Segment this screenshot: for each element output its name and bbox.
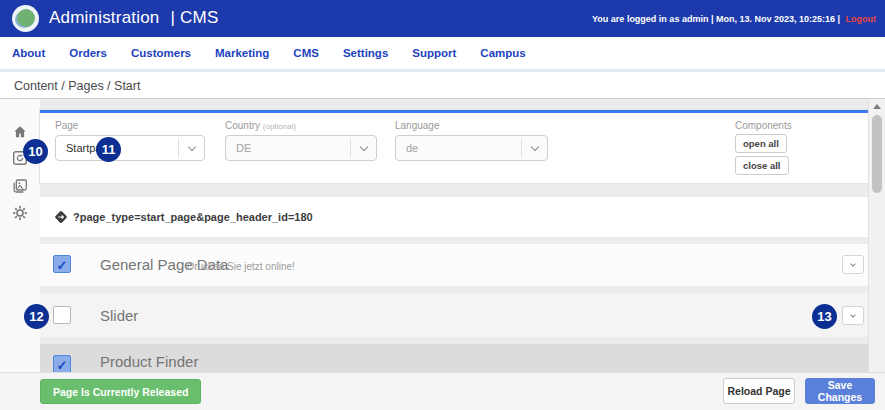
home-icon xyxy=(12,124,28,140)
nav-item-cms[interactable]: CMS xyxy=(293,47,319,59)
section-general-page-data: General Page Data Drucken Sie jetzt onli… xyxy=(40,244,868,286)
language-label: Language xyxy=(395,120,440,131)
chevron-down-icon xyxy=(850,261,856,267)
reload-page-button[interactable]: Reload Page xyxy=(723,378,795,404)
nav-item-customers[interactable]: Customers xyxy=(131,47,191,59)
chevron-down-icon xyxy=(850,312,856,318)
settings-gear-icon xyxy=(12,205,28,221)
app-title-main: Administration xyxy=(49,8,160,27)
nav-item-orders[interactable]: Orders xyxy=(69,47,107,59)
slider-collapse-button[interactable] xyxy=(842,306,864,325)
brand-logo-icon xyxy=(12,5,39,32)
nav-item-marketing[interactable]: Marketing xyxy=(215,47,269,59)
page-filter-panel: Page Startpage Country (optional) DE Lan… xyxy=(40,110,868,183)
section-subtitle: Drucken Sie jetzt online! xyxy=(187,261,295,272)
page-link-icon[interactable] xyxy=(52,208,70,226)
login-status: You are logged in as admin | Mon, 13. No… xyxy=(592,14,876,24)
scrollbar-thumb[interactable] xyxy=(872,115,882,193)
nav-item-campus[interactable]: Campus xyxy=(480,47,525,59)
annotation-badge-13: 13 xyxy=(812,304,837,329)
sidebar-item-home[interactable] xyxy=(12,124,28,140)
close-all-button[interactable]: close all xyxy=(735,156,789,175)
page-release-status-button[interactable]: Page Is Currently Released xyxy=(40,379,201,404)
page-label: Page xyxy=(55,120,78,131)
nav-item-settings[interactable]: Settings xyxy=(343,47,388,59)
chevron-down-icon xyxy=(178,138,204,158)
sidebar-item-settings[interactable] xyxy=(12,205,28,221)
scroll-up-icon[interactable] xyxy=(869,99,885,113)
language-select[interactable]: de xyxy=(395,135,548,161)
pages-icon xyxy=(12,178,28,194)
section-slider: Slider xyxy=(40,293,868,337)
vertical-scrollbar[interactable] xyxy=(868,99,885,372)
general-page-data-checkbox[interactable] xyxy=(53,255,71,273)
sidebar-item-pages[interactable] xyxy=(12,178,28,194)
components-label: Components xyxy=(735,120,792,131)
section-product-finder: Product Finder xyxy=(40,344,868,372)
logout-link[interactable]: Logout xyxy=(846,14,877,24)
slider-checkbox[interactable] xyxy=(53,306,71,324)
annotation-badge-12: 12 xyxy=(24,304,49,329)
open-all-button[interactable]: open all xyxy=(735,134,787,153)
footer-action-bar: Page Is Currently Released Reload Page S… xyxy=(0,372,885,410)
country-label: Country (optional) xyxy=(225,120,296,131)
country-select[interactable]: DE xyxy=(225,135,377,161)
save-changes-button[interactable]: Save Changes xyxy=(805,378,875,404)
section-title: Product Finder xyxy=(100,353,198,370)
app-title: Administration| CMS xyxy=(49,8,218,28)
page-select[interactable]: Startpage xyxy=(55,135,205,161)
nav-item-about[interactable]: About xyxy=(12,47,45,59)
chevron-down-icon xyxy=(521,138,547,158)
annotation-badge-10: 10 xyxy=(23,139,48,164)
page-url-row: ?page_type=start_page&page_header_id=180 xyxy=(40,197,868,237)
main-nav: About Orders Customers Marketing CMS Set… xyxy=(0,37,885,72)
nav-item-support[interactable]: Support xyxy=(412,47,456,59)
product-finder-checkbox[interactable] xyxy=(53,355,71,372)
page-query-string: ?page_type=start_page&page_header_id=180 xyxy=(73,211,313,223)
login-status-text: You are logged in as admin | Mon, 13. No… xyxy=(592,14,840,24)
section-title: Slider xyxy=(100,307,138,324)
annotation-badge-11: 11 xyxy=(96,137,121,162)
breadcrumb: Content / Pages / Start xyxy=(14,79,140,93)
content-area: Page Startpage Country (optional) DE Lan… xyxy=(0,99,885,372)
app-title-section: | CMS xyxy=(171,8,219,27)
app-header: Administration| CMS You are logged in as… xyxy=(0,0,885,37)
chevron-down-icon xyxy=(350,138,376,158)
breadcrumb-bar: Content / Pages / Start xyxy=(0,72,885,99)
general-page-data-collapse-button[interactable] xyxy=(842,255,864,274)
